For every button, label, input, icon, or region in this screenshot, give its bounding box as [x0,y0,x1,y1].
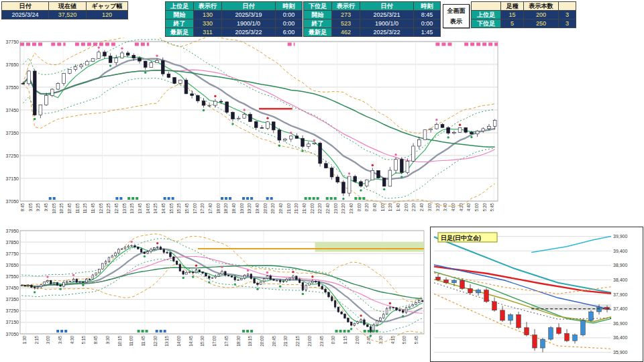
svg-text:0:00: 0:00 [357,203,362,212]
display-count-header: 表示本数 [524,2,559,11]
svg-text:11:25: 11:25 [83,203,87,214]
daily-chart: 39,90039,40038,90038,40037,90037,40036,9… [430,227,643,362]
svg-text:23:20: 23:20 [341,203,345,214]
svg-text:37150: 37150 [6,176,19,181]
svg-text:9:05: 9:05 [28,203,33,212]
svg-text:17:45: 17:45 [224,336,229,347]
svg-text:8:45: 8:45 [20,203,25,212]
svg-text:38,900: 38,900 [613,263,628,267]
end-row-label: 終了 [166,19,194,28]
svg-text:37550: 37550 [6,85,19,90]
start-time: 0:00 [276,11,303,19]
svg-text:20:45: 20:45 [272,336,276,347]
svg-text:14:05: 14:05 [146,203,150,214]
lower-tf-header: 下位足 [304,2,332,11]
current-value-header: 現在値 [49,2,87,11]
svg-text:17:00: 17:00 [212,336,217,347]
svg-text:37050: 37050 [6,199,19,204]
svg-text:37750: 37750 [6,40,19,44]
svg-text:9:45: 9:45 [44,203,48,212]
svg-text:14:45: 14:45 [161,203,166,214]
upper-extra-value: 3 [559,11,576,19]
svg-text:3:45: 3:45 [58,336,62,345]
display-rows-header: 表示行 [332,2,360,11]
svg-text:12:45: 12:45 [114,203,119,214]
end-date: 1900/1/0 [222,19,276,28]
svg-text:22:20: 22:20 [317,203,322,214]
svg-text:19:00: 19:00 [239,203,244,214]
upper-timeframe-table: 上位足 表示行 日付 時刻 開始 130 2025/3/19 0:00 終了 3… [165,1,303,37]
svg-text:2:40: 2:40 [419,203,424,212]
svg-text:38,400: 38,400 [613,278,628,282]
svg-text:4:00: 4:00 [451,203,455,212]
bar-settings-table: 足種 表示本数 上位足 15 200 3 下位足 5 250 3 [471,1,576,28]
svg-text:17:00: 17:00 [193,203,197,214]
svg-text:21:30: 21:30 [283,336,288,347]
svg-text:1:30: 1:30 [22,336,27,345]
svg-text:13:15: 13:15 [164,336,169,347]
start-date: 2025/3/19 [222,11,276,19]
svg-text:4:30: 4:30 [70,336,74,345]
svg-text:17:40: 17:40 [208,203,213,214]
svg-text:1:40: 1:40 [396,203,400,212]
svg-text:23:45: 23:45 [319,336,324,347]
svg-text:11:45: 11:45 [91,203,95,214]
end-time: 0:00 [276,19,303,28]
svg-text:36,400: 36,400 [613,335,628,340]
svg-text:0:40: 0:40 [372,203,377,212]
start-date: 2025/3/21 [360,11,414,19]
svg-text:22:00: 22:00 [310,203,315,214]
svg-text:37250: 37250 [6,154,19,158]
svg-text:21:00: 21:00 [286,203,291,214]
svg-text:37050: 37050 [6,332,19,337]
date-value: 2025/3/24 [2,11,49,19]
date-col-header: 日付 [222,2,276,11]
upper-tf-header: 上位足 [166,2,194,11]
svg-text:10:15: 10:15 [117,336,122,347]
svg-text:37650: 37650 [6,263,19,267]
fullscreen-button[interactable]: 全画面 表示 [443,4,470,28]
current-value: 37,520 [49,11,87,19]
fullscreen-button-line1: 全画面 [444,5,468,16]
svg-text:4:40: 4:40 [466,203,471,212]
end-rows-value: 523 [332,19,360,28]
latest-time: 1:45 [414,28,441,37]
svg-text:23:40: 23:40 [349,203,354,214]
svg-text:1:15: 1:15 [343,336,347,345]
svg-text:35,900: 35,900 [613,350,628,355]
svg-text:9:25: 9:25 [36,203,40,212]
svg-text:15:45: 15:45 [184,203,189,214]
end-date: 1900/1/0 [360,19,414,28]
svg-text:37750: 37750 [6,251,19,256]
svg-text:2:20: 2:20 [411,203,416,212]
svg-text:13:25: 13:25 [129,203,134,214]
svg-text:15:30: 15:30 [200,336,205,347]
svg-text:14:00: 14:00 [176,336,181,347]
display-rows-header: 表示行 [194,2,222,11]
svg-text:5:45: 5:45 [414,336,419,345]
lower-timeframe-table: 下位足 表示行 日付 時刻 開始 273 2025/3/21 8:45 終了 5… [303,1,441,37]
svg-text:19:40: 19:40 [255,203,260,214]
svg-text:19:20: 19:20 [247,203,252,214]
upper-tf-label: 上位足 [472,11,501,19]
svg-text:5:20: 5:20 [482,203,487,212]
svg-text:21:20: 21:20 [294,203,299,214]
main-chart-15min: 3775037650375503745037350372503715037050… [0,38,503,227]
latest-date: 2025/3/22 [222,28,276,37]
svg-text:10:45: 10:45 [67,203,72,214]
svg-text:3:00: 3:00 [46,336,50,345]
svg-text:5:00: 5:00 [402,336,407,345]
fullscreen-button-line2: 表示 [444,16,468,27]
svg-text:0:20: 0:20 [364,203,369,212]
svg-text:39,900: 39,900 [613,234,628,239]
svg-text:18:40: 18:40 [231,203,236,214]
date-col-header: 日付 [360,2,414,11]
svg-text:37350: 37350 [6,297,19,302]
svg-text:37550: 37550 [6,274,19,279]
svg-text:9:30: 9:30 [105,336,110,345]
lower-chart-5min: 3795037850377503765037550374503735037250… [0,227,428,362]
svg-text:8:45: 8:45 [93,336,98,345]
svg-text:21:40: 21:40 [302,203,307,214]
svg-text:17:20: 17:20 [200,203,205,214]
svg-text:5:45: 5:45 [490,203,494,212]
